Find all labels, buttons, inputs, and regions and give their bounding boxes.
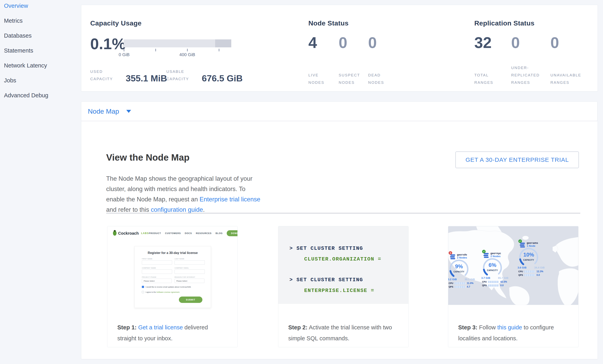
suspect-nodes-stat: 0 SUSPECT NODES xyxy=(339,35,347,86)
sql-commands-preview: > SET CLUSTER SETTING CLUSTER.ORGANIZATI… xyxy=(278,226,408,304)
axis-tick-label-400: 400 GiB xyxy=(179,52,195,57)
usable-capacity-value: 676.5 GiB xyxy=(202,74,243,83)
unavailable-ranges-label: UNAVAILABLE RANGES xyxy=(550,71,593,86)
node-map-intro-section: View the Node Map The Node Map shows the… xyxy=(81,121,598,359)
under-replicated-ranges-label: UNDER-REPLICATED RANGES xyxy=(511,64,554,86)
suspect-nodes-label: SUSPECT NODES xyxy=(339,71,370,86)
first-name-field xyxy=(142,260,172,265)
capacity-bar-reserved-segment xyxy=(215,39,231,47)
cluster-summary-card: Capacity Usage 0.1% 0 GiB 400 GiB USED C… xyxy=(81,5,598,91)
view-mode-dropdown[interactable]: Node Map xyxy=(81,101,597,121)
description-text: and refer to this xyxy=(106,206,151,213)
enterprise-trial-license-link[interactable]: Enterprise trial license xyxy=(200,196,260,203)
gauge-label: CAPACITY xyxy=(449,271,469,273)
checkbox-unchecked-icon xyxy=(142,291,144,293)
used-capacity-label: USED CAPACITY xyxy=(90,68,120,83)
brand-suffix: LABS xyxy=(141,232,149,235)
under-replicated-ranges-stat: 0 UNDER-REPLICATED RANGES xyxy=(511,35,520,86)
used-value: 3.6 GiB xyxy=(518,266,526,269)
cockroach-bug-icon xyxy=(113,231,116,236)
capacity-gauge: 10% CAPACITY xyxy=(518,247,539,268)
qps-value: 0.0 xyxy=(500,284,504,287)
download-button: DOWNLOAD xyxy=(227,230,238,236)
unavailable-ranges-value: 0 xyxy=(550,35,559,50)
usable-capacity-stat: USABLE CAPACITY 676.5 GiB xyxy=(166,68,243,83)
reason-select: Please Select xyxy=(174,279,204,283)
total-ranges-value: 32 xyxy=(474,35,492,50)
step-2-card: > SET CLUSTER SETTING CLUSTER.ORGANIZATI… xyxy=(278,226,409,347)
capacity-usage-title: Capacity Usage xyxy=(90,19,141,27)
sidebar-item-jobs[interactable]: Jobs xyxy=(0,76,81,85)
axis-tick-label-0: 0 GiB xyxy=(118,52,129,57)
sidebar-item-statements[interactable]: Statements xyxy=(0,46,81,55)
gauge-label: CAPACITY xyxy=(518,259,539,261)
cpu-sparkline xyxy=(455,282,465,284)
company-email-label: COMPANY EMAIL xyxy=(174,267,189,269)
total-ranges-stat: 32 TOTAL RANGES xyxy=(474,35,492,86)
chevron-down-icon xyxy=(126,110,131,113)
total-value: 34.4 GiB xyxy=(534,266,545,269)
get-enterprise-trial-button[interactable]: GET A 30-DAY ENTERPRISE TRIAL xyxy=(455,152,579,168)
cockroach-labs-logo: Cockroach LABS xyxy=(113,231,149,236)
live-nodes-label: LIVE NODES xyxy=(308,71,330,86)
node-map-description: The Node Map shows the geographical layo… xyxy=(106,174,262,215)
used-capacity-stat: USED CAPACITY 355.1 MiB xyxy=(90,68,167,83)
license-agree-checkbox-row: I agree to the Software License Agreemen… xyxy=(142,291,180,293)
locality-id: geo=nyc xyxy=(490,252,501,255)
sidebar-item-network-latency[interactable]: Network Latency xyxy=(0,61,81,70)
project-phase-select: Please Select xyxy=(142,279,172,283)
capacity-bar-chart: 0 GiB 400 GiB xyxy=(124,39,231,47)
sql-command: > SET CLUSTER SETTING xyxy=(290,277,363,283)
nav-blog: BLOG xyxy=(216,232,223,234)
node-status-title: Node Status xyxy=(308,19,349,27)
replication-status-title: Replication Status xyxy=(474,19,534,27)
qps-value: 0.0 xyxy=(536,274,540,276)
capacity-gauge: 6% CAPACITY xyxy=(482,257,503,278)
dead-nodes-stat: 0 DEAD NODES xyxy=(368,35,377,86)
cpu-value: 11.0% xyxy=(467,282,473,285)
brand-name: Cockroach xyxy=(118,231,139,236)
live-nodes-value: 4 xyxy=(308,35,317,50)
under-replicated-ranges-value: 0 xyxy=(511,35,520,50)
qps-sparkline xyxy=(488,284,499,287)
gauge-percent: 10% xyxy=(518,252,539,258)
submit-button: SUBMIT xyxy=(179,297,202,303)
db-console-overview-page: Overview Metrics Databases Statements Ne… xyxy=(0,0,603,364)
sql-argument: CLUSTER.ORGANIZATION = xyxy=(304,256,381,262)
company-name-label: COMPANY NAME xyxy=(142,267,156,269)
cpu-label: CPU xyxy=(482,281,487,283)
axis-tick xyxy=(155,49,156,51)
dead-nodes-label: DEAD NODES xyxy=(368,71,392,86)
dead-nodes-value: 0 xyxy=(368,35,377,50)
email-updates-checkbox-row: I would like to receive email updates ab… xyxy=(142,286,191,288)
locality-id: geo=sfo xyxy=(457,253,467,256)
cpu-sparkline xyxy=(488,281,499,283)
capacity-bar-usable-segment xyxy=(124,39,215,47)
sidebar-item-overview[interactable]: Overview xyxy=(0,1,81,11)
first-name-label: FIRST NAME xyxy=(142,258,152,260)
description-text: . xyxy=(203,206,205,213)
capacity-percent: 0.1% xyxy=(90,36,126,52)
sidebar-item-advanced-debug[interactable]: Advanced Debug xyxy=(0,91,81,100)
email-updates-text: I would like to receive email updates ab… xyxy=(145,286,191,288)
this-guide-link[interactable]: this guide xyxy=(498,324,522,331)
sidebar-item-metrics[interactable]: Metrics xyxy=(0,16,81,25)
sidebar-item-databases[interactable]: Databases xyxy=(0,31,81,40)
qps-value: 4.7 xyxy=(467,285,470,288)
node-map-preview: 1 geo=sfo 2 Nodes 9% CAPACITY 3.2 GiB35.… xyxy=(448,226,578,305)
gauge-percent: 9% xyxy=(449,264,469,270)
gauge-percent: 6% xyxy=(482,262,503,268)
nav-docs: DOCS xyxy=(185,232,192,234)
configuration-guide-link[interactable]: configuration guide xyxy=(151,206,203,213)
qps-label: QPS xyxy=(482,284,487,287)
license-agree-text: I agree to the Software License Agreemen… xyxy=(145,291,180,293)
company-email-field xyxy=(174,269,205,274)
used-value: 3.2 GiB xyxy=(448,278,457,281)
total-value: 65.7 GiB xyxy=(498,276,508,279)
cockroach-site-header: Cockroach LABS PRODUCT CUSTOMERS DOCS RE… xyxy=(113,230,233,236)
qps-label: QPS xyxy=(449,286,453,288)
cpu-value: 12.3% xyxy=(536,270,543,273)
axis-tick xyxy=(124,49,124,51)
step-2-caption: Step 2: Activate the trial license with … xyxy=(288,322,397,344)
get-trial-license-link[interactable]: Get a trial license xyxy=(138,324,183,331)
